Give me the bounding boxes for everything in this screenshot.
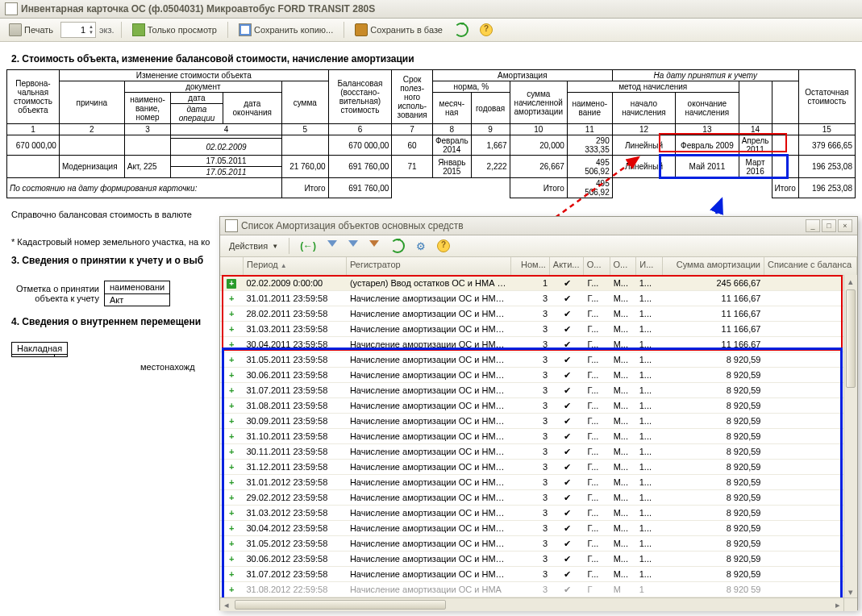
expand-icon[interactable]: + — [220, 293, 243, 303]
cell-o2: М... — [610, 355, 636, 364]
actions-menu[interactable]: Действия ▼ — [225, 239, 282, 252]
expand-icon[interactable]: + — [220, 355, 243, 364]
list-item[interactable]: +30.04.2012 23:59:58Начисление амортизац… — [220, 521, 857, 536]
refresh-button[interactable] — [450, 21, 473, 39]
expand-icon[interactable]: + — [220, 477, 243, 487]
cell-registrar: Начисление амортизации ОС и НМА ... — [347, 431, 513, 441]
nav-back-button[interactable]: (←) — [296, 239, 320, 253]
cell-o2: М... — [610, 493, 636, 502]
expand-icon[interactable]: + — [220, 385, 243, 395]
list-item[interactable]: +31.10.2011 23:59:58Начисление амортизац… — [220, 429, 857, 444]
amortization-list-window[interactable]: Список Амортизация объектов основных сре… — [219, 216, 858, 610]
list-item[interactable]: +31.12.2011 23:59:58Начисление амортизац… — [220, 460, 857, 475]
expand-icon[interactable]: + — [220, 416, 243, 426]
list-item[interactable]: +31.05.2012 23:59:58Начисление амортизац… — [220, 536, 857, 551]
copies-spinner[interactable]: ▲▼ — [60, 22, 96, 38]
expand-icon[interactable]: + — [220, 309, 243, 318]
cell-num: 3 — [513, 477, 551, 487]
list-item[interactable]: +30.11.2011 23:59:58Начисление амортизац… — [220, 444, 857, 460]
col-sum[interactable]: Сумма амортизации — [663, 257, 764, 275]
col-period[interactable]: Период▲ — [244, 257, 347, 275]
list-item[interactable]: +31.01.2011 23:59:58Начисление амортизац… — [220, 291, 857, 306]
cell-i: 1... — [636, 278, 662, 288]
scrollbar-vertical[interactable]: ▴ ▾ — [843, 275, 857, 598]
expand-icon[interactable]: + — [220, 339, 243, 349]
save-db-button[interactable]: Сохранить в базе — [351, 22, 447, 38]
expand-icon[interactable]: + — [220, 462, 243, 472]
list-item[interactable]: +28.02.2011 23:59:58Начисление амортизац… — [220, 306, 857, 322]
col-o2[interactable]: О... — [610, 257, 637, 275]
preview-button[interactable]: Только просмотр — [128, 22, 221, 38]
list-item[interactable]: +30.09.2011 23:59:58Начисление амортизац… — [220, 414, 857, 429]
maximize-button[interactable]: □ — [822, 219, 836, 232]
expand-icon[interactable]: + — [220, 569, 243, 579]
scroll-up-icon[interactable]: ▴ — [844, 275, 857, 288]
scroll-down-icon[interactable]: ▾ — [844, 585, 857, 598]
scrollbar-horizontal[interactable]: ◂ ▸ — [220, 597, 844, 611]
settings-button[interactable]: ⚙ — [412, 239, 430, 254]
cell-num: 3 — [513, 370, 551, 380]
close-button[interactable]: × — [838, 219, 852, 232]
list-item[interactable]: +30.04.2011 23:59:58Начисление амортизац… — [220, 337, 857, 352]
hdr-monthly: месяч-ная — [432, 93, 471, 124]
expand-icon[interactable]: + — [220, 554, 243, 564]
list-item[interactable]: +29.02.2012 23:59:58Начисление амортизац… — [220, 490, 857, 506]
cell-o2: М... — [610, 324, 636, 334]
list-item[interactable]: +31.08.2011 23:59:58Начисление амортизац… — [220, 398, 857, 414]
expand-icon[interactable]: + — [220, 585, 243, 594]
list-item[interactable]: +31.07.2011 23:59:58Начисление амортизац… — [220, 383, 857, 398]
amortization-grid[interactable]: Период▲ Регистратор Ном... Акти... О... … — [220, 257, 857, 611]
scrollbar-thumb[interactable] — [235, 600, 446, 610]
filter-button[interactable] — [323, 239, 341, 253]
scroll-right-icon[interactable]: ▸ — [831, 598, 844, 611]
cell-o1: Г... — [585, 462, 610, 472]
expand-icon[interactable]: + — [220, 324, 243, 334]
col-i[interactable]: И... — [636, 257, 663, 275]
scroll-left-icon[interactable]: ◂ — [220, 598, 233, 611]
list-item[interactable]: +31.01.2012 23:59:58Начисление амортизац… — [220, 475, 857, 490]
refresh-list-button[interactable] — [386, 237, 409, 255]
expand-icon[interactable]: + — [220, 401, 243, 410]
list-item[interactable]: +31.05.2011 23:59:58Начисление амортизац… — [220, 352, 857, 368]
cell-active: ✔ — [551, 508, 584, 518]
hdr-date: дата — [171, 93, 223, 104]
list-item[interactable]: +02.02.2009 0:00:00(устарел) Ввод остатк… — [220, 276, 857, 291]
col-active[interactable]: Акти... — [550, 257, 584, 275]
expand-icon[interactable]: + — [220, 508, 243, 518]
spinner-down-icon[interactable]: ▼ — [87, 30, 95, 35]
list-item[interactable]: +31.03.2012 23:59:58Начисление амортизац… — [220, 506, 857, 521]
list-item[interactable]: +31.03.2011 23:59:58Начисление амортизац… — [220, 322, 857, 337]
spinner-up-icon[interactable]: ▲ — [87, 24, 95, 30]
minimize-button[interactable]: _ — [806, 219, 820, 232]
hdr-end: окончаниеначисления — [676, 93, 739, 124]
expand-icon[interactable]: + — [220, 278, 243, 289]
expand-icon[interactable]: + — [220, 523, 243, 533]
col-o1[interactable]: О... — [584, 257, 610, 275]
help-button[interactable]: ? — [433, 238, 454, 254]
filter-by-value-button[interactable] — [344, 239, 362, 253]
scrollbar-thumb[interactable] — [846, 289, 856, 388]
cell-sum: 8 920,59 — [662, 539, 764, 548]
expand-icon[interactable]: + — [220, 539, 243, 548]
expand-icon[interactable]: + — [220, 493, 243, 502]
cell-o1: Г... — [585, 416, 610, 426]
copies-input[interactable] — [61, 25, 87, 35]
col-writeoff[interactable]: Списание с баланса — [764, 257, 857, 275]
list-item[interactable]: +30.06.2011 23:59:58Начисление амортизац… — [220, 368, 857, 383]
list-item[interactable]: +31.08.2012 22:59:58Начисление амортизац… — [220, 582, 857, 597]
expand-icon[interactable]: + — [220, 370, 243, 380]
list-item[interactable]: +30.06.2012 23:59:58Начисление амортизац… — [220, 551, 857, 567]
cell-active: ✔ — [551, 339, 584, 350]
cell-registrar: Начисление амортизации ОС и НМА ... — [347, 416, 513, 426]
save-copy-button[interactable]: Сохранить копию... — [235, 22, 337, 38]
col-registrar[interactable]: Регистратор — [347, 257, 512, 275]
print-button[interactable]: Печать — [5, 22, 57, 38]
expand-icon[interactable]: + — [220, 431, 243, 441]
col-num[interactable]: Ном... — [511, 257, 549, 275]
help-button[interactable]: ? — [476, 22, 497, 38]
cell-o1: Г... — [585, 355, 610, 364]
clear-filter-button[interactable] — [365, 239, 383, 253]
toolbar-divider — [227, 22, 228, 38]
list-item[interactable]: +31.07.2012 23:59:58Начисление амортизац… — [220, 567, 857, 582]
expand-icon[interactable]: + — [220, 447, 243, 456]
